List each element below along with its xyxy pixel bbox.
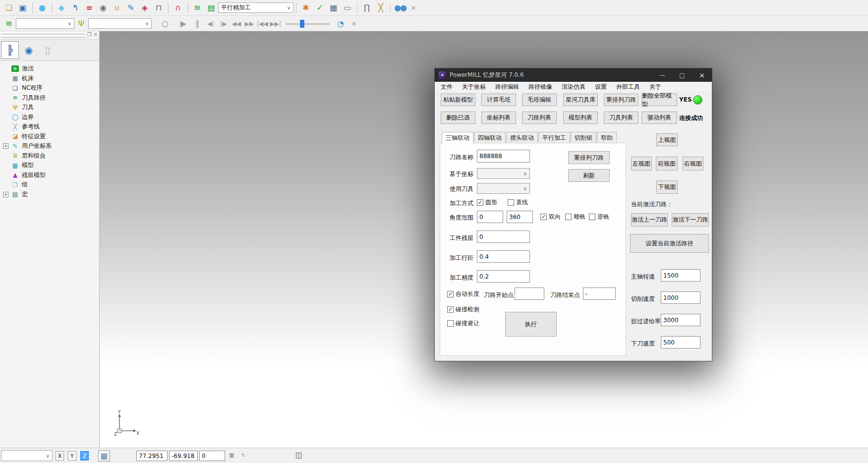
maximize-button[interactable]: □	[672, 68, 692, 82]
activate-prev-toolpath-button[interactable]: 激活上一刀路	[631, 213, 668, 227]
stepover-input[interactable]	[477, 250, 530, 263]
tree-item-groups[interactable]: ❒组	[3, 180, 99, 190]
toolpath-start-input[interactable]	[515, 288, 544, 300]
delete-all-models-button[interactable]: 删除全部模型	[641, 94, 677, 106]
menu-path-edit[interactable]: 路径编辑	[495, 83, 519, 91]
open-file-icon[interactable]: ❏	[2, 1, 15, 14]
tab-explorer-tree[interactable]: ╠	[1, 41, 19, 59]
grip-bar[interactable]	[1, 32, 85, 34]
toolpath-icon[interactable]: ≋	[191, 1, 204, 14]
panel-grips[interactable]: ❐ ×	[0, 31, 99, 40]
go-to-end-icon[interactable]: ▶▶|	[270, 17, 282, 30]
favorite-tool-icon[interactable]: ✱	[299, 1, 312, 14]
clock-icon[interactable]: ◔	[334, 17, 347, 30]
tab-parallel[interactable]: 平行加工	[538, 132, 570, 143]
toolpath-dropdown[interactable]: ∨	[16, 18, 74, 29]
axis-x-button[interactable]: X	[56, 451, 64, 461]
drive-list-button[interactable]: 驱动列表	[641, 112, 677, 124]
strategy-dropdown[interactable]: 平行精加工 ∨	[218, 2, 293, 13]
tool-list-button[interactable]: 刀具列表	[604, 112, 638, 124]
go-to-start-icon[interactable]: |◀◀	[256, 17, 269, 30]
axis-y-button[interactable]: Y	[68, 451, 76, 461]
tab-3axis[interactable]: 三轴联动	[442, 132, 473, 144]
tab-recycle-bin[interactable]: ▯	[39, 41, 57, 59]
animation-speed-slider[interactable]	[286, 19, 330, 28]
tree-item-toolpaths[interactable]: ≋刀具路径	[3, 93, 99, 103]
paste-new-model-button[interactable]: 粘贴新模型	[441, 94, 475, 106]
conventional-mill-checkbox[interactable]: 逆铣	[589, 213, 609, 221]
pick-cursor-icon[interactable]: ↖	[241, 452, 246, 459]
tree-item-tools[interactable]: Ψ刀具	[3, 103, 99, 113]
tree-item-levels-and-sets[interactable]: ≣层和组合	[3, 151, 99, 161]
close-panel-icon[interactable]: ×	[94, 32, 98, 37]
verify-icon[interactable]: ✓	[313, 1, 326, 14]
tab-4axis[interactable]: 四轴联动	[474, 132, 506, 143]
tool-ball-icon[interactable]: ◉	[97, 1, 110, 14]
tab-saw[interactable]: 切割锯	[571, 132, 596, 143]
tool-dropdown[interactable]: ∨	[88, 18, 152, 29]
delete-selected-button[interactable]: 删除已选	[441, 112, 475, 124]
tool-select[interactable]: ∨	[477, 183, 530, 194]
cylinders-icon[interactable]: ●●	[394, 1, 406, 14]
bidirectional-checkbox[interactable]: ✓双向	[540, 213, 561, 221]
view-left-button[interactable]: 左视图	[631, 157, 652, 171]
coord-z-input[interactable]	[199, 451, 225, 461]
boundary-icon[interactable]: ∪	[111, 1, 123, 14]
play-icon[interactable]: ▶	[177, 17, 190, 30]
menu-path-mirror[interactable]: 路径镜像	[528, 83, 552, 91]
toolbar-close-icon[interactable]: ×	[348, 17, 360, 30]
menu-about[interactable]: 关于	[649, 83, 661, 91]
block-icon[interactable]: ◆	[55, 1, 68, 14]
panels-icon[interactable]: ◫	[295, 451, 302, 460]
lightbulb-icon[interactable]: ○	[159, 17, 172, 30]
tab-web[interactable]: ◉	[20, 41, 38, 59]
execute-button[interactable]: 执行	[505, 312, 557, 337]
tool-library-button[interactable]: 星河刀具库	[563, 94, 598, 106]
rearrange-button[interactable]: 重排列刀路	[568, 151, 610, 164]
tool-icon[interactable]: Ψ	[75, 17, 88, 30]
view-right-button[interactable]: 右视图	[683, 157, 703, 171]
activate-next-toolpath-button[interactable]: 激活下一刀路	[672, 213, 709, 227]
pencil-curve-icon[interactable]: ✎	[124, 1, 137, 14]
coord-select[interactable]: ∨	[477, 168, 530, 179]
rearrange-toolpaths-button[interactable]: 重排列刀路	[604, 94, 638, 106]
tree-item-machine-tools[interactable]: ▦机床	[3, 74, 99, 84]
set-active-path-button[interactable]: 设置当前激活路径	[630, 234, 709, 253]
refresh-button[interactable]: 刷新	[568, 169, 610, 182]
tree-item-workplanes[interactable]: +✎用户坐标系	[3, 141, 99, 151]
tool-arc-icon[interactable]: ∩	[172, 1, 184, 14]
toolpath-end-input[interactable]	[583, 288, 616, 300]
list-icon[interactable]: ≣	[229, 452, 234, 459]
pause-icon[interactable]: ‖	[191, 17, 204, 30]
step-forward-icon[interactable]: |▶	[218, 17, 230, 30]
leads-icon[interactable]: ↰	[69, 1, 82, 14]
cutting-feed-input[interactable]	[661, 291, 700, 304]
tool-holder-icon[interactable]: ⊓	[152, 1, 165, 14]
axis-z-button[interactable]: Z	[80, 451, 89, 461]
angle-from-input[interactable]	[477, 211, 503, 223]
slider-thumb[interactable]	[300, 20, 304, 28]
calc-block-button[interactable]: 计算毛坯	[481, 94, 516, 106]
menu-about-coords[interactable]: 关于坐标	[462, 83, 486, 91]
circle-checkbox[interactable]: ✓圆形	[477, 198, 497, 207]
grip-bar[interactable]	[1, 36, 85, 38]
float-panel-icon[interactable]: ❐	[87, 32, 92, 37]
collision-avoid-checkbox[interactable]: 碰撞避让	[447, 319, 479, 328]
menu-file[interactable]: 文件	[441, 83, 453, 91]
tree-item-models[interactable]: ▩模型	[3, 161, 99, 171]
plunge-feed-input[interactable]	[661, 336, 700, 348]
pattern-icon[interactable]: ◈	[138, 1, 151, 14]
block-edit-button[interactable]: 毛坯编辑	[522, 94, 557, 106]
fast-forward-icon[interactable]: ▶▶	[243, 17, 255, 30]
sphere-icon[interactable]: ●	[36, 1, 49, 14]
dialog-titlebar[interactable]: ✦ PowerMILL 忆梦星河 7.0.6 — □ ×	[435, 68, 712, 82]
tree-item-feature-sets[interactable]: ◪特征设置	[3, 132, 99, 142]
stock-allowance-input[interactable]	[477, 231, 530, 243]
coord-y-input[interactable]	[169, 451, 198, 461]
coord-x-input[interactable]	[136, 451, 168, 461]
tree-item-stock-models[interactable]: ▲残留模型	[3, 171, 99, 180]
view-top-button[interactable]: 上视图	[656, 133, 678, 146]
collision-check-checkbox[interactable]: ✓碰撞检测	[447, 305, 479, 314]
toolpath-name-input[interactable]	[477, 150, 530, 163]
view-front-button[interactable]: 前视图	[656, 157, 678, 171]
